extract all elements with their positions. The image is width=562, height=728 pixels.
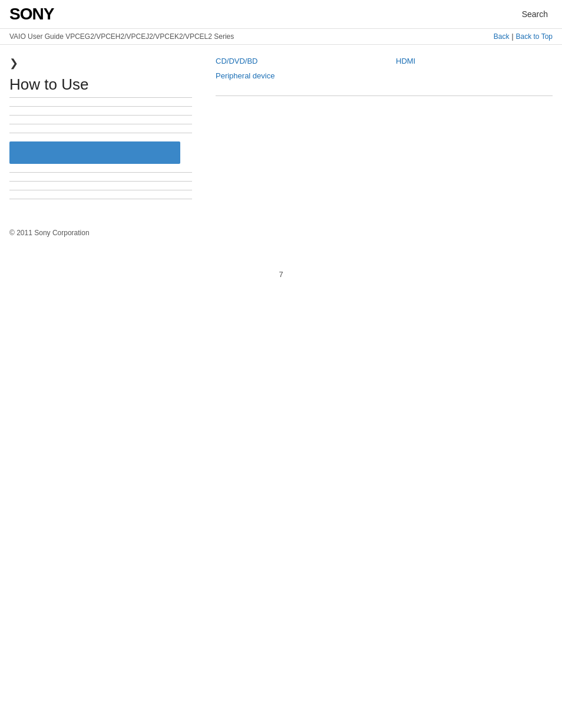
- back-to-top-link[interactable]: Back to Top: [516, 32, 553, 41]
- sidebar-highlight-box[interactable]: [9, 141, 180, 164]
- sidebar-title: How to Use: [9, 75, 192, 98]
- breadcrumb-bar: VAIO User Guide VPCEG2/VPCEH2/VPCEJ2/VPC…: [0, 29, 562, 45]
- nav-links: Back | Back to Top: [494, 32, 553, 41]
- main-content: ❯ How to Use CD/DVD/BD Peripheral device…: [0, 45, 562, 219]
- sidebar: ❯ How to Use: [9, 57, 192, 207]
- separator: |: [511, 32, 513, 41]
- footer: © 2011 Sony Corporation: [0, 219, 562, 246]
- sidebar-divider-6: [9, 181, 192, 182]
- content-area: CD/DVD/BD Peripheral device HDMI: [192, 57, 553, 207]
- sidebar-divider-1: [9, 106, 192, 107]
- sidebar-divider-3: [9, 124, 192, 124]
- sidebar-divider-2: [9, 115, 192, 116]
- guide-title: VAIO User Guide VPCEG2/VPCEH2/VPCEJ2/VPC…: [9, 32, 234, 41]
- back-link[interactable]: Back: [494, 32, 510, 41]
- sidebar-items: [9, 106, 192, 199]
- page-header: SONY Search: [0, 0, 562, 29]
- sony-logo: SONY: [9, 5, 54, 24]
- page-number: 7: [0, 270, 562, 291]
- sidebar-divider-4: [9, 133, 192, 133]
- cd-dvd-bd-link[interactable]: CD/DVD/BD: [216, 57, 372, 65]
- content-grid: CD/DVD/BD Peripheral device HDMI: [216, 57, 553, 96]
- peripheral-device-link[interactable]: Peripheral device: [216, 71, 372, 80]
- sidebar-divider-5: [9, 172, 192, 173]
- sidebar-divider-8: [9, 199, 192, 199]
- content-col-right: HDMI: [396, 57, 553, 86]
- copyright-text: © 2011 Sony Corporation: [9, 229, 90, 237]
- hdmi-link[interactable]: HDMI: [396, 57, 553, 65]
- sidebar-arrow-icon: ❯: [9, 57, 192, 70]
- content-col-left: CD/DVD/BD Peripheral device: [216, 57, 372, 86]
- search-button[interactable]: Search: [517, 7, 553, 21]
- sidebar-divider-7: [9, 190, 192, 190]
